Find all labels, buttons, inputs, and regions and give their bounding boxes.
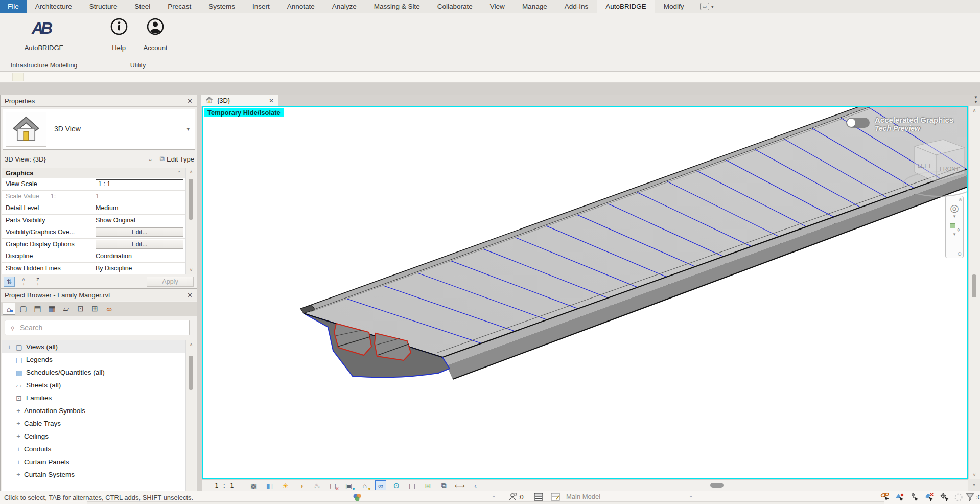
navbar-minimize-icon[interactable]: ⊖ [958, 251, 962, 257]
property-row-view-scale[interactable]: View Scale1 : 1 [2, 178, 185, 191]
displacement-sets-icon[interactable]: ⧉ [438, 480, 450, 490]
temporary-hide-isolate-icon[interactable]: ∞ [375, 480, 386, 490]
tree-item-families[interactable]: −⊡Families [2, 392, 185, 404]
ribbon-tab-collaborate[interactable]: Collaborate [429, 0, 481, 13]
tree-item-cable-trays[interactable]: +Cable Trays [2, 417, 185, 430]
sort-menu-icon[interactable]: ⇅ [4, 277, 15, 287]
search-box[interactable]: ⌕ [5, 320, 190, 335]
ribbon-tab-insert[interactable]: Insert [244, 0, 278, 13]
crop-view-icon[interactable]: ▢✕ [328, 480, 339, 490]
property-value[interactable]: Coordination [92, 250, 185, 262]
active-workset-icon[interactable] [551, 493, 560, 501]
instance-dropdown-icon[interactable]: ⌄ [148, 156, 153, 163]
shadows-icon[interactable]: ◑ [296, 480, 307, 490]
select-by-face-icon[interactable] [924, 493, 936, 502]
property-row-discipline[interactable]: DisciplineCoordination [2, 250, 185, 263]
families-tab-icon[interactable]: ⊡ [74, 303, 87, 315]
property-value[interactable]: Show Original [92, 215, 185, 226]
properties-header[interactable]: Properties ✕ [1, 95, 197, 107]
sort-ascending-icon[interactable]: A↓ [18, 277, 29, 287]
tree-item-annotation-symbols[interactable]: +Annotation Symbols [2, 404, 185, 417]
type-selector[interactable]: 3D View ▾ [3, 109, 195, 150]
ribbon-tab-steel[interactable]: Steel [126, 0, 159, 13]
view-scale-indicator[interactable]: 1 : 1 [215, 482, 234, 489]
ribbon-display-toggle[interactable]: ▭▾ [700, 0, 714, 13]
help-button[interactable]: Help [109, 16, 129, 52]
active-workset-label[interactable]: Main Model [566, 493, 600, 500]
scroll-up-icon[interactable]: ∧ [969, 108, 980, 113]
ribbon-tab-analyze[interactable]: Analyze [323, 0, 365, 13]
workset-dropdown-icon[interactable]: ⌄ [689, 493, 693, 498]
analytical-model-icon[interactable]: ⊞ [423, 480, 434, 490]
visual-style-icon[interactable]: ◧ [264, 480, 275, 490]
detail-level-icon[interactable]: ▩ [248, 480, 260, 490]
expander-icon[interactable]: − [6, 394, 13, 402]
sun-path-icon[interactable]: ☀ [280, 480, 291, 490]
ribbon-tab-precast[interactable]: Precast [159, 0, 200, 13]
property-value[interactable]: 1 : 1 [92, 178, 185, 190]
property-row-show-hidden-lines[interactable]: Show Hidden LinesBy Discipline [2, 263, 185, 274]
tree-item-ceilings[interactable]: +Ceilings [2, 430, 185, 443]
scrollbar-thumb[interactable] [972, 274, 976, 297]
project-browser-close-icon[interactable]: ✕ [187, 291, 193, 299]
link-tab-icon[interactable]: ∞ [103, 303, 115, 315]
wheel-dropdown-icon[interactable]: ▾ [953, 214, 956, 219]
accelerated-graphics-toggle[interactable] [846, 118, 870, 128]
expander-icon[interactable]: + [15, 458, 22, 466]
drawing-area[interactable]: Temporary Hide/Isolate [202, 106, 968, 479]
design-options-dropdown-icon[interactable]: ⌄ [492, 493, 496, 498]
scrollbar-thumb[interactable] [189, 356, 193, 390]
expander-icon[interactable]: + [15, 432, 22, 440]
home-icon[interactable]: ⌂ [3, 303, 15, 315]
navbar-close-icon[interactable]: ⊗ [958, 197, 962, 202]
horizontal-scrollbar-thumb[interactable] [710, 483, 724, 488]
tree-item-views-all[interactable]: +▢Views (all) [2, 340, 185, 353]
select-underlay-icon[interactable] [895, 493, 906, 502]
crop-region-icon[interactable]: ▣● [343, 480, 355, 490]
ribbon-tab-annotate[interactable]: Annotate [278, 0, 323, 13]
ribbon-tab-file[interactable]: File [0, 0, 27, 13]
tree-item-schedules-quantities-all[interactable]: ▦Schedules/Quantities (all) [2, 366, 185, 379]
sheets-tab-icon[interactable]: ▱ [60, 303, 73, 315]
scroll-up-icon[interactable]: ∧ [186, 169, 196, 174]
tree-item-curtain-panels[interactable]: +Curtain Panels [2, 455, 185, 468]
ribbon-tab-structure[interactable]: Structure [81, 0, 126, 13]
zoom-region-icon[interactable]: ⌕ [950, 223, 959, 232]
property-value[interactable]: Medium [92, 202, 185, 214]
section-header-graphics[interactable]: Graphics ⌃ [2, 168, 185, 178]
scrollbar-thumb[interactable] [189, 179, 193, 220]
rendering-dialog-icon[interactable]: ♨ [312, 480, 323, 490]
tree-item-legends[interactable]: ▤Legends [2, 353, 185, 366]
account-button[interactable]: Account [144, 16, 168, 52]
expander-icon[interactable]: + [15, 445, 22, 453]
scroll-down-icon[interactable]: ∨ [969, 472, 980, 477]
ribbon-tab-manage[interactable]: Manage [514, 0, 556, 13]
property-row-graphic-display-options[interactable]: Graphic Display OptionsEdit... [2, 239, 185, 251]
autobridge-button[interactable]: AB AutoBRIDGE [25, 16, 64, 52]
apply-button[interactable]: Apply [147, 277, 194, 287]
property-row-scale-value[interactable]: Scale Value1:1 [2, 191, 185, 203]
ribbon-tab-modify[interactable]: Modify [655, 0, 693, 13]
legends-tab-icon[interactable]: ▤ [31, 303, 44, 315]
properties-scrollbar[interactable]: ∧ ∨ [185, 168, 196, 274]
vertical-scrollbar[interactable]: ∧ ∨ [968, 106, 980, 479]
editable-only-toggle[interactable]: :0 [508, 493, 524, 501]
sort-descending-icon[interactable]: Z↓ [32, 277, 43, 287]
instance-label[interactable]: 3D View: {3D} [5, 155, 46, 163]
expander-icon[interactable]: + [15, 471, 22, 478]
groups-tab-icon[interactable]: ⊞ [88, 303, 101, 315]
scrollbar-corner[interactable]: ▾ [968, 479, 980, 491]
steering-wheel-icon[interactable]: ◎ [950, 202, 959, 214]
view-tab-close-icon[interactable]: ✕ [269, 97, 274, 104]
properties-close-icon[interactable]: ✕ [187, 97, 193, 105]
property-row-detail-level[interactable]: Detail LevelMedium [2, 202, 185, 215]
tree-item-sheets-all[interactable]: ▱Sheets (all) [2, 379, 185, 392]
ribbon-tab-architecture[interactable]: Architecture [27, 0, 81, 13]
expander-icon[interactable]: + [6, 343, 13, 351]
reveal-hidden-elements-icon[interactable]: ʘ [391, 480, 402, 490]
filter-button[interactable]: :0 [966, 493, 980, 501]
property-row-visibility-graphics-ove[interactable]: Visibility/Graphics Ove...Edit... [2, 226, 185, 239]
project-browser-header[interactable]: Project Browser - Family Manger.rvt ✕ [1, 289, 197, 301]
ribbon-tab-massing-site[interactable]: Massing & Site [365, 0, 429, 13]
scroll-down-icon[interactable]: ∨ [186, 267, 196, 272]
